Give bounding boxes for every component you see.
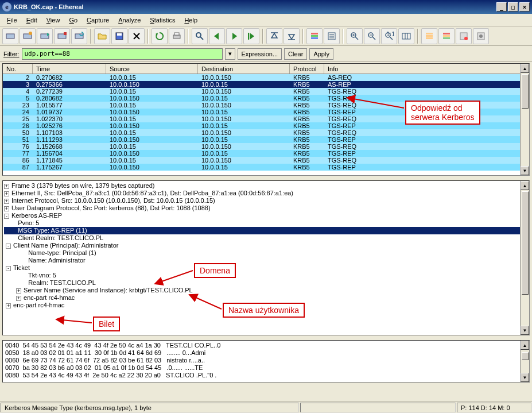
scroll-thumb[interactable] xyxy=(522,352,529,360)
zoom-in-button[interactable] xyxy=(347,28,363,44)
packet-row[interactable]: 761.15266810.0.0.1510.0.0.150KRB5TGS-REQ xyxy=(3,143,529,150)
packet-row[interactable]: 511.11129310.0.0.15010.0.0.15KRB5TGS-REP xyxy=(3,136,529,143)
preferences-button[interactable] xyxy=(473,28,489,44)
col-source[interactable]: Source xyxy=(106,64,198,74)
packet-row[interactable]: 871.17526710.0.0.15010.0.0.15KRB5TGS-REP xyxy=(3,164,529,171)
splitter-1[interactable] xyxy=(2,177,530,179)
detail-server-name[interactable]: +Server Name (Service and Instance): krb… xyxy=(4,287,528,294)
detail-client-realm[interactable]: Client Realm: TEST.CLICO.PL xyxy=(4,234,528,242)
menu-help[interactable]: Help xyxy=(180,16,202,25)
detail-tkt-vno[interactable]: Tkt-vno: 5 xyxy=(4,272,528,279)
packet-row[interactable]: 30.27536610.0.0.15010.0.0.15KRB5AS-REP xyxy=(3,81,529,88)
go-first-button[interactable] xyxy=(266,28,282,44)
filter-label[interactable]: Filter: xyxy=(3,51,20,57)
packet-row[interactable]: 771.15670410.0.0.15010.0.0.15KRB5TGS-REP xyxy=(3,150,529,157)
print-button[interactable] xyxy=(169,28,185,44)
packet-row[interactable]: 20.27068210.0.0.1510.0.0.150KRB5AS-REQ xyxy=(3,74,529,81)
interfaces-button[interactable] xyxy=(2,28,18,44)
svg-point-52 xyxy=(464,37,468,40)
scroll-thumb[interactable] xyxy=(522,74,529,109)
close-file-button[interactable] xyxy=(129,28,145,44)
hex-row[interactable]: 0070 ba 30 82 03 b6 a0 03 02 01 05 a1 0f… xyxy=(5,364,527,372)
scroll-up-icon[interactable]: ▲ xyxy=(521,64,529,73)
hex-row[interactable]: 0060 6e 69 73 74 72 61 74 6f 72 a5 82 03… xyxy=(5,357,527,364)
find-button[interactable] xyxy=(192,28,208,44)
start-capture-button[interactable] xyxy=(37,28,53,44)
scroll-down-icon[interactable]: ▼ xyxy=(521,373,529,382)
menu-file[interactable]: File xyxy=(2,16,22,25)
display-filters-button[interactable] xyxy=(438,28,455,44)
zoom-reset-button[interactable]: 1:1 xyxy=(381,28,397,44)
details-scrollbar[interactable]: ▲ ▼ xyxy=(520,181,529,335)
scroll-up-icon[interactable]: ▲ xyxy=(521,181,529,190)
menu-go[interactable]: Go xyxy=(64,16,82,25)
svg-rect-50 xyxy=(443,37,450,39)
reload-button[interactable] xyxy=(152,28,168,44)
go-forward-button[interactable] xyxy=(226,28,242,44)
detail-name-type[interactable]: Name-type: Principal (1) xyxy=(4,249,528,257)
menu-edit[interactable]: Edit xyxy=(22,16,42,25)
svg-rect-9 xyxy=(117,33,122,36)
packet-bytes-pane[interactable]: 0040 54 45 53 54 2e 43 4c 49 43 4f 2e 50… xyxy=(2,340,530,383)
hex-row[interactable]: 0040 54 45 53 54 2e 43 4c 49 43 4f 2e 50… xyxy=(5,342,527,349)
annotation-ticket: Bilet xyxy=(93,316,120,331)
scroll-down-icon[interactable]: ▼ xyxy=(521,166,529,175)
stop-capture-button[interactable] xyxy=(54,28,70,44)
col-destination[interactable]: Destination xyxy=(198,64,290,74)
svg-point-2 xyxy=(29,32,32,35)
col-no[interactable]: No. xyxy=(3,64,33,74)
close-button[interactable]: × xyxy=(519,2,530,11)
col-protocol[interactable]: Protocol xyxy=(290,64,324,74)
hex-row[interactable]: 0050 18 a0 03 02 01 01 a1 11 30 0f 1b 0d… xyxy=(5,349,527,357)
hex-scrollbar[interactable]: ▲ ▼ xyxy=(520,341,529,382)
options-button[interactable] xyxy=(20,28,36,44)
detail-realm[interactable]: Realm: TEST.CLICO.PL xyxy=(4,279,528,287)
scroll-up-icon[interactable]: ▲ xyxy=(521,341,529,350)
col-time[interactable]: Time xyxy=(33,64,106,74)
minimize-button[interactable]: _ xyxy=(496,2,507,11)
filter-dropdown-button[interactable]: ▾ xyxy=(225,48,235,60)
menu-analyze[interactable]: Analyze xyxy=(114,16,145,25)
clear-button[interactable]: Clear xyxy=(284,48,307,60)
detail-frame[interactable]: +Frame 3 (1379 bytes on wire, 1379 bytes… xyxy=(4,182,528,190)
save-button[interactable] xyxy=(111,28,127,44)
restart-capture-button[interactable] xyxy=(71,28,87,44)
detail-kerberos[interactable]: -Kerberos AS-REP xyxy=(4,212,528,219)
packet-row[interactable]: 40.27723910.0.0.1510.0.0.150KRB5TGS-REQ xyxy=(3,88,529,95)
apply-button[interactable]: Apply xyxy=(309,48,333,60)
auto-scroll-button[interactable] xyxy=(324,28,340,44)
maximize-button[interactable]: □ xyxy=(508,2,518,11)
go-last-button[interactable] xyxy=(284,28,300,44)
detail-enc-1[interactable]: +enc-part rc4-hmac xyxy=(4,294,528,302)
detail-ticket[interactable]: -Ticket xyxy=(4,264,528,272)
col-info[interactable]: Info xyxy=(324,64,529,74)
packet-row[interactable]: 861.17184510.0.0.1510.0.0.150KRB5TGS-REQ xyxy=(3,157,529,164)
detail-udp[interactable]: +User Datagram Protocol, Src Port: kerbe… xyxy=(4,204,528,212)
menu-view[interactable]: View xyxy=(42,16,65,25)
expression-button[interactable]: Expression... xyxy=(238,48,282,60)
menu-capture[interactable]: Capture xyxy=(82,16,114,25)
coloring-rules-button[interactable] xyxy=(456,28,472,44)
go-back-button[interactable] xyxy=(209,28,225,44)
packet-row[interactable]: 501.10710310.0.0.1510.0.0.150KRB5TGS-REQ xyxy=(3,129,529,136)
zoom-out-button[interactable] xyxy=(364,28,380,44)
detail-msg-type[interactable]: MSG Type: AS-REP (11) xyxy=(4,227,528,234)
detail-ip[interactable]: +Internet Protocol, Src: 10.0.0.150 (10.… xyxy=(4,197,528,204)
svg-rect-13 xyxy=(173,35,180,38)
resize-columns-button[interactable] xyxy=(398,28,414,44)
detail-ethernet[interactable]: +Ethernet II, Src: DellPcba_87:a3:c1 (00… xyxy=(4,190,528,197)
colorize-button[interactable] xyxy=(306,28,323,44)
detail-name[interactable]: Name: Administrator xyxy=(4,257,528,264)
open-button[interactable] xyxy=(94,28,110,44)
filter-input[interactable] xyxy=(22,48,223,60)
menu-statistics[interactable]: Statistics xyxy=(145,16,180,25)
scroll-down-icon[interactable]: ▼ xyxy=(521,326,529,335)
detail-client-name[interactable]: -Client Name (Principal): Administrator xyxy=(4,242,528,249)
hex-row[interactable]: 0080 53 54 2e 43 4c 49 43 4f 2e 50 4c a2… xyxy=(5,372,527,379)
go-to-button[interactable] xyxy=(243,28,259,44)
detail-pvno[interactable]: Pvno: 5 xyxy=(4,219,528,227)
scroll-thumb[interactable] xyxy=(522,191,529,295)
capture-filters-button[interactable] xyxy=(421,28,437,44)
packet-list-scrollbar[interactable]: ▲ ▼ xyxy=(520,64,529,175)
splitter-2[interactable] xyxy=(2,337,530,339)
